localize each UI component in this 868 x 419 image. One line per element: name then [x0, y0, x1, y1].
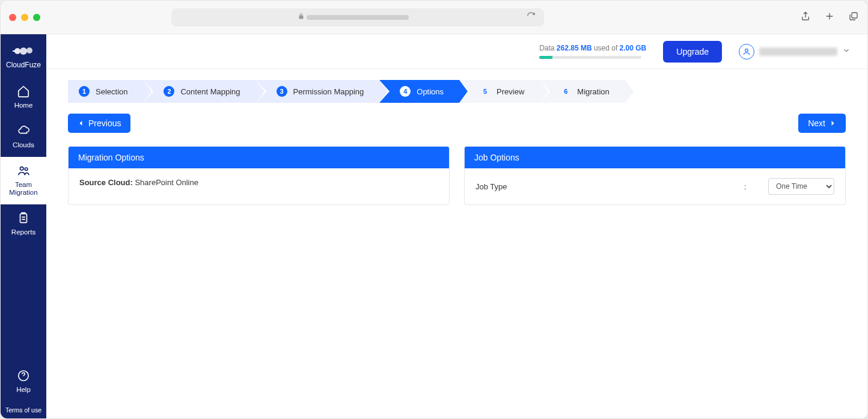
titlebar-actions: [800, 11, 859, 24]
panel-header: Job Options: [465, 147, 845, 168]
data-used-value: 262.85 MB: [557, 44, 592, 52]
next-label: Next: [808, 118, 825, 128]
svg-point-6: [25, 168, 28, 171]
sidebar-item-label: Help: [16, 386, 31, 394]
chevron-right-icon: [829, 120, 836, 127]
titlebar: [1, 1, 867, 34]
step-label: Content Mapping: [180, 87, 240, 96]
svg-point-5: [20, 167, 24, 170]
avatar: [739, 44, 754, 60]
job-type-row: Job Type : One Time: [475, 178, 834, 195]
previous-label: Previous: [88, 118, 121, 128]
team-icon: [17, 164, 30, 177]
data-prefix: Data: [539, 44, 557, 52]
sidebar-footer: Help Terms of use: [1, 362, 46, 418]
previous-button[interactable]: Previous: [68, 114, 130, 133]
source-cloud-value: SharePoint Online: [135, 178, 198, 187]
job-options-panel: Job Options Job Type : One Time: [464, 146, 846, 205]
data-total-value: 2.00 GB: [620, 44, 647, 52]
help-icon: [17, 369, 30, 382]
colon: :: [744, 182, 756, 191]
svg-point-2: [20, 47, 27, 55]
minimize-window-button[interactable]: [21, 14, 28, 21]
source-cloud-label: Source Cloud:: [79, 178, 135, 187]
step-number: 4: [400, 86, 411, 97]
sidebar-item-label: Clouds: [13, 141, 34, 150]
home-icon: [17, 85, 30, 98]
main: Data 262.85 MB used of 2.00 GB Upgrade: [46, 34, 867, 418]
panels: Migration Options Source Cloud: SharePoi…: [68, 146, 846, 205]
data-mid: used of: [592, 44, 620, 52]
data-usage: Data 262.85 MB used of 2.00 GB: [539, 44, 646, 59]
job-type-select[interactable]: One Time: [768, 178, 834, 195]
close-window-button[interactable]: [9, 14, 16, 21]
logo-icon: [13, 45, 34, 57]
sidebar-item-help[interactable]: Help: [1, 362, 46, 402]
sidebar-item-label: Home: [14, 102, 33, 110]
maximize-window-button[interactable]: [33, 14, 40, 21]
url-bar[interactable]: [171, 8, 544, 26]
step-content-mapping[interactable]: 2 Content Mapping: [143, 80, 255, 103]
topbar: Data 262.85 MB used of 2.00 GB Upgrade: [46, 34, 867, 69]
tabs-overview-icon[interactable]: [848, 11, 859, 24]
reports-icon: [17, 212, 30, 225]
usage-bar-fill: [539, 56, 552, 59]
step-number: 2: [164, 86, 174, 97]
sidebar-logo[interactable]: CloudFuze: [1, 39, 46, 78]
step-label: Migration: [577, 87, 609, 96]
step-number: 1: [79, 86, 90, 97]
data-usage-text: Data 262.85 MB used of 2.00 GB: [539, 44, 646, 52]
step-preview[interactable]: 5 Preview: [459, 80, 540, 103]
step-label: Permission Mapping: [293, 87, 364, 96]
sidebar: CloudFuze Home Clouds Team Migration Rep…: [1, 34, 46, 418]
svg-rect-7: [20, 214, 27, 223]
sidebar-item-reports[interactable]: Reports: [1, 204, 46, 244]
cloud-icon: [17, 124, 30, 138]
next-button[interactable]: Next: [798, 114, 846, 133]
step-selection[interactable]: 1 Selection: [68, 80, 143, 103]
app-container: CloudFuze Home Clouds Team Migration Rep…: [1, 34, 867, 418]
new-tab-icon[interactable]: [824, 11, 835, 24]
panel-body: Source Cloud: SharePoint Online: [69, 168, 449, 197]
step-number: 6: [560, 86, 571, 97]
user-menu[interactable]: [739, 44, 851, 60]
sidebar-item-home[interactable]: Home: [1, 78, 46, 117]
step-permission-mapping[interactable]: 3 Permission Mapping: [256, 80, 380, 103]
content: 1 Selection 2 Content Mapping 3 Permissi…: [46, 69, 867, 418]
step-number: 3: [277, 86, 287, 97]
sidebar-item-label: Reports: [11, 228, 35, 237]
svg-point-3: [26, 47, 32, 54]
share-icon[interactable]: [800, 11, 811, 24]
svg-rect-0: [852, 13, 857, 18]
step-options[interactable]: 4 Options: [379, 80, 459, 103]
step-label: Preview: [497, 87, 524, 96]
step-migration[interactable]: 6 Migration: [540, 80, 625, 103]
svg-point-9: [745, 49, 748, 52]
job-type-label: Job Type: [475, 182, 732, 191]
panel-header: Migration Options: [69, 147, 449, 168]
lock-icon: [298, 13, 305, 22]
step-number: 5: [480, 86, 491, 97]
user-icon: [742, 47, 751, 56]
sidebar-item-label: Team Migration: [9, 181, 37, 198]
stepper: 1 Selection 2 Content Mapping 3 Permissi…: [68, 80, 846, 103]
svg-rect-4: [13, 50, 16, 52]
chevron-left-icon: [78, 120, 85, 127]
migration-options-panel: Migration Options Source Cloud: SharePoi…: [68, 146, 450, 205]
user-name: [759, 47, 837, 56]
sidebar-item-clouds[interactable]: Clouds: [1, 117, 46, 157]
upgrade-button[interactable]: Upgrade: [663, 41, 722, 63]
chevron-down-icon: [842, 46, 851, 57]
url-placeholder: [307, 15, 409, 20]
nav-buttons: Previous Next: [68, 114, 846, 133]
terms-of-use-link[interactable]: Terms of use: [1, 402, 46, 418]
sidebar-item-team-migration[interactable]: Team Migration: [1, 157, 46, 205]
step-label: Selection: [96, 87, 127, 96]
step-label: Options: [417, 87, 444, 96]
logo-text: CloudFuze: [6, 61, 41, 69]
usage-bar: [539, 56, 641, 59]
refresh-icon[interactable]: [527, 11, 536, 23]
traffic-lights: [9, 14, 40, 21]
browser-window: CloudFuze Home Clouds Team Migration Rep…: [0, 0, 868, 419]
panel-body: Job Type : One Time: [465, 168, 845, 204]
